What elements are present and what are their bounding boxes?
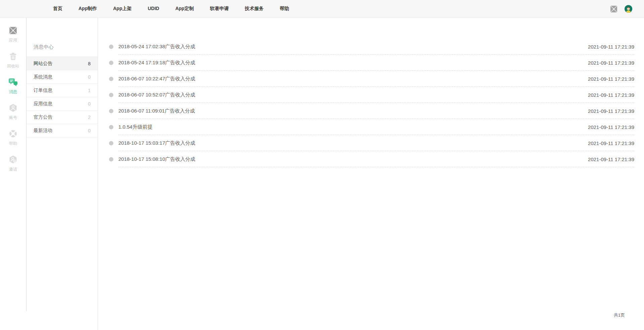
panel-item-site-announcements[interactable]: 网站公告 8 — [26, 57, 98, 70]
count-badge: 0 — [88, 74, 91, 80]
panel-item-label: 系统消息 — [34, 74, 52, 80]
unread-dot — [109, 141, 113, 145]
count-badge: 8 — [88, 61, 91, 66]
sidebar-item-label: 消息 — [9, 89, 17, 95]
message-title: 2018-10-17 15:03:17广告收入分成 — [118, 140, 195, 146]
message-title: 2018-06-07 10:52:07广告收入分成 — [118, 92, 195, 98]
panel-item-order-info[interactable]: 订单信息 1 — [26, 84, 98, 97]
message-row[interactable]: 2018-05-24 17:19:18广告收入分成 2021-09-11 17:… — [109, 55, 634, 71]
message-time: 2021-09-11 17:21:39 — [588, 44, 634, 50]
message-row[interactable]: 2018-06-07 10:22:47广告收入分成 2021-09-11 17:… — [109, 71, 634, 87]
top-nav-menu: 首页 App制作 App上架 UDID App定制 软著申请 技术服务 帮助 — [53, 6, 289, 12]
message-title: 2018-05-24 17:19:18广告收入分成 — [118, 60, 195, 66]
nav-item-app-custom[interactable]: App定制 — [175, 6, 194, 12]
panel-item-system-messages[interactable]: 系统消息 0 — [26, 70, 98, 84]
page-count-label: 共1页 — [614, 312, 625, 318]
lifebuoy-icon — [9, 129, 17, 139]
message-list: 2018-05-24 17:02:38广告收入分成 2021-09-11 17:… — [109, 39, 634, 167]
user-avatar[interactable] — [625, 5, 632, 13]
message-bubbles-icon — [8, 78, 18, 88]
panel-item-label: 订单信息 — [34, 87, 52, 93]
invite-icon — [9, 155, 17, 165]
message-row[interactable]: 1.0.54升级前提 2021-09-11 17:21:39 — [109, 119, 634, 135]
count-badge: 0 — [88, 128, 91, 133]
nav-item-udid[interactable]: UDID — [148, 6, 159, 12]
message-time: 2021-09-11 17:21:39 — [588, 76, 634, 82]
sidebar-item-account[interactable]: 账号 — [0, 104, 26, 121]
app-grid-icon[interactable] — [610, 5, 618, 13]
trash-icon — [9, 52, 17, 62]
message-row[interactable]: 2018-05-24 17:02:38广告收入分成 2021-09-11 17:… — [109, 39, 634, 55]
app-grid-icon — [9, 26, 17, 36]
panel-item-latest-activities[interactable]: 最新活动 0 — [26, 124, 98, 137]
sidebar-item-help[interactable]: 帮助 — [0, 129, 26, 146]
sidebar-item-recycle-bin[interactable]: 回收站 — [0, 52, 26, 69]
message-title: 2018-06-07 10:22:47广告收入分成 — [118, 76, 195, 82]
unread-dot — [109, 45, 113, 49]
count-badge: 1 — [88, 88, 91, 93]
panel-item-app-info[interactable]: 应用信息 0 — [26, 97, 98, 111]
message-title: 2018-10-17 15:08:10广告收入分成 — [118, 156, 195, 162]
message-list-area: 2018-05-24 17:02:38广告收入分成 2021-09-11 17:… — [109, 18, 634, 167]
message-title: 1.0.54升级前提 — [118, 124, 153, 130]
app-root: 首页 App制作 App上架 UDID App定制 软著申请 技术服务 帮助 — [0, 0, 644, 330]
count-badge: 0 — [88, 101, 91, 107]
unread-dot — [109, 93, 113, 97]
nav-item-software-copyright[interactable]: 软著申请 — [210, 6, 229, 12]
message-center-panel: 消息中心 网站公告 8 系统消息 0 订单信息 1 应用信息 0 官方公告 2 … — [26, 18, 98, 330]
panel-item-label: 网站公告 — [34, 61, 52, 67]
message-row[interactable]: 2018-06-07 11:09:01广告收入分成 2021-09-11 17:… — [109, 103, 634, 119]
panel-item-label: 官方公告 — [34, 114, 52, 120]
count-badge: 2 — [88, 115, 91, 120]
message-time: 2021-09-11 17:21:39 — [588, 92, 634, 98]
message-row[interactable]: 2018-10-17 15:03:17广告收入分成 2021-09-11 17:… — [109, 135, 634, 151]
panel-title: 消息中心 — [26, 18, 98, 57]
unread-dot — [109, 125, 113, 129]
sidebar-item-label: 回收站 — [7, 63, 19, 69]
message-time: 2021-09-11 17:21:39 — [588, 124, 634, 130]
panel-item-official-announcements[interactable]: 官方公告 2 — [26, 111, 98, 124]
sidebar-item-apps[interactable]: 应用 — [0, 26, 26, 43]
message-time: 2021-09-11 17:21:39 — [588, 60, 634, 66]
message-row[interactable]: 2018-06-07 10:52:07广告收入分成 2021-09-11 17:… — [109, 87, 634, 103]
unread-dot — [109, 157, 113, 161]
icon-sidebar: 应用 回收站 — [0, 18, 26, 311]
unread-dot — [109, 109, 113, 113]
panel-item-label: 应用信息 — [34, 101, 52, 107]
unread-dot — [109, 77, 113, 81]
message-time: 2021-09-11 17:21:39 — [588, 140, 634, 146]
top-nav: 首页 App制作 App上架 UDID App定制 软著申请 技术服务 帮助 — [0, 0, 644, 18]
sidebar-item-messages[interactable]: 消息 — [0, 78, 26, 95]
nav-item-home[interactable]: 首页 — [53, 6, 62, 12]
sidebar-item-label: 邀请 — [9, 167, 17, 172]
nav-item-app-create[interactable]: App制作 — [78, 6, 97, 12]
top-nav-right — [610, 0, 632, 18]
nav-item-tech-service[interactable]: 技术服务 — [245, 6, 264, 12]
sidebar-item-invite[interactable]: 邀请 — [0, 155, 26, 172]
nav-item-help[interactable]: 帮助 — [280, 6, 289, 12]
message-time: 2021-09-11 17:21:39 — [588, 156, 634, 162]
message-title: 2018-05-24 17:02:38广告收入分成 — [118, 44, 195, 50]
account-icon — [9, 104, 17, 114]
unread-dot — [109, 61, 113, 65]
nav-item-app-publish[interactable]: App上架 — [113, 6, 131, 12]
sidebar-item-label: 帮助 — [9, 141, 17, 146]
message-title: 2018-06-07 11:09:01广告收入分成 — [118, 108, 195, 114]
message-row[interactable]: 2018-10-17 15:08:10广告收入分成 2021-09-11 17:… — [109, 151, 634, 167]
sidebar-item-label: 应用 — [9, 38, 17, 43]
panel-item-label: 最新活动 — [34, 128, 52, 134]
sidebar-item-label: 账号 — [9, 115, 17, 121]
message-time: 2021-09-11 17:21:39 — [588, 108, 634, 114]
